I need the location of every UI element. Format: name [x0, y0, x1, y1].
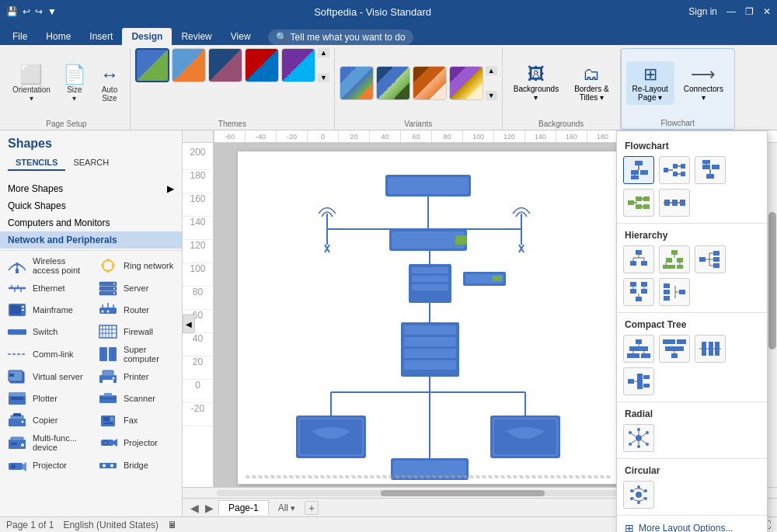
accessibility-icon: 🖩 [168, 520, 177, 530]
dp-layout-flowchart-2[interactable] [659, 156, 690, 184]
tab-home[interactable]: Home [37, 28, 80, 45]
all-pages-tab[interactable]: All ▾ [272, 501, 301, 515]
dp-layout-flowchart-5[interactable] [659, 189, 690, 217]
tab-design[interactable]: Design [122, 28, 172, 45]
backgrounds-button[interactable]: 🖼 Backgrounds▾ [507, 61, 565, 105]
theme-scroll-down[interactable]: ▼ [318, 73, 329, 82]
size-button[interactable]: 📄 Size▾ [58, 61, 91, 106]
comm-link-label: Comm-link [33, 349, 74, 359]
tab-view[interactable]: View [221, 28, 260, 45]
variant-swatch-2[interactable] [376, 66, 410, 100]
theme-scroll-up[interactable]: ▲ [318, 48, 329, 57]
save-icon[interactable]: 💾 [6, 6, 18, 17]
svg-rect-190 [664, 296, 670, 301]
orientation-button[interactable]: ⬜ Orientation▾ [8, 61, 55, 106]
sidebar-item-quick-shapes[interactable]: Quick Shapes [0, 197, 182, 214]
shape-switch[interactable]: Switch [0, 321, 91, 342]
theme-swatch-2[interactable] [172, 48, 206, 82]
dp-layout-tree-1[interactable] [623, 335, 654, 363]
dp-more-layout-options[interactable]: ⊞ More Layout Options... [617, 519, 767, 532]
sidebar-tab-search[interactable]: SEARCH [65, 155, 117, 171]
shape-super-computer[interactable]: Supercomputer [91, 342, 182, 366]
theme-swatch-1[interactable] [135, 48, 169, 82]
dp-layout-radial-1[interactable] [623, 424, 654, 452]
shape-projector[interactable]: Projector [0, 454, 91, 476]
variant-scroll-up[interactable]: ▲ [486, 66, 497, 75]
relayout-button[interactable]: ⊞ Re-LayoutPage ▾ [626, 61, 674, 105]
themes-content: ▲ ▼ [135, 48, 329, 118]
page-scroll-right[interactable]: ▶ [204, 502, 215, 514]
shape-comm-link[interactable]: Comm-link [0, 342, 91, 366]
auto-size-button[interactable]: ↔ AutoSize [94, 61, 125, 106]
scrollbar-vertical[interactable] [766, 143, 777, 487]
shape-mainframe[interactable]: Mainframe [0, 299, 91, 321]
shape-projector-2[interactable]: Projector [91, 431, 182, 454]
shape-virtual-server[interactable]: Virtual server [0, 366, 91, 388]
tell-me-input[interactable]: 🔍 Tell me what you want to do [268, 30, 413, 45]
variant-scroll-down[interactable]: ▼ [486, 91, 497, 100]
connectors-button[interactable]: ⟶ Connectors▾ [678, 61, 730, 105]
dp-layout-flowchart-3[interactable] [695, 156, 726, 184]
shape-ethernet[interactable]: Ethernet [0, 277, 91, 299]
dp-divider-4 [617, 458, 767, 459]
shape-multi-function[interactable]: Multi-func...device [0, 431, 91, 454]
ruler-corner [183, 130, 214, 143]
minimize-button[interactable]: — [726, 6, 736, 17]
svg-point-3 [103, 260, 113, 271]
tab-insert[interactable]: Insert [80, 28, 122, 45]
tab-review[interactable]: Review [172, 28, 221, 45]
borders-titles-button[interactable]: 🗂 Borders &Titles ▾ [568, 61, 615, 105]
theme-swatch-3[interactable] [208, 48, 242, 82]
undo-icon[interactable]: ↩ [23, 6, 30, 17]
dp-layout-flowchart-1[interactable] [623, 156, 654, 184]
variant-swatch-1[interactable] [340, 66, 374, 100]
close-button[interactable]: ✕ [763, 6, 771, 17]
dp-layout-hierarchy-3[interactable] [695, 245, 726, 273]
restore-button[interactable]: ❐ [745, 6, 754, 17]
sidebar-item-more-shapes[interactable]: More Shapes ▶ [0, 180, 182, 197]
add-page-button[interactable]: + [305, 501, 319, 515]
shape-fax[interactable]: Fax [91, 409, 182, 431]
dp-layout-flowchart-4[interactable] [623, 189, 654, 217]
tab-file[interactable]: File [3, 28, 37, 45]
scrollbar-h-thumb[interactable] [381, 490, 545, 496]
dp-layout-hierarchy-4[interactable] [623, 278, 654, 306]
sidebar-collapse-button[interactable]: ◀ [183, 314, 195, 333]
shape-plotter[interactable]: Plotter [0, 388, 91, 409]
dp-layout-circular-1[interactable] [623, 481, 654, 509]
theme-swatch-4[interactable] [245, 48, 279, 82]
ribbon-group-backgrounds: 🖼 Backgrounds▾ 🗂 Borders &Titles ▾ Backg… [503, 48, 621, 130]
variant-swatch-4[interactable] [449, 66, 483, 100]
page-scroll-left[interactable]: ◀ [189, 502, 200, 514]
theme-swatch-5[interactable] [281, 48, 315, 82]
sidebar-item-network-peripherals[interactable]: Network and Peripherals [0, 231, 182, 249]
dp-compact-tree-section: Compact Tree [617, 316, 767, 398]
dp-layout-hierarchy-2[interactable] [659, 245, 690, 273]
dp-layout-tree-3[interactable] [695, 335, 726, 363]
page-tab-1[interactable]: Page-1 [218, 500, 269, 515]
shape-ring-network[interactable]: Ring network [91, 254, 182, 277]
sidebar-item-computers-monitors[interactable]: Computers and Monitors [0, 214, 182, 231]
title-bar-controls: 💾 ↩ ↪ ▼ [6, 6, 57, 17]
customize-icon[interactable]: ▼ [47, 6, 57, 17]
shape-server[interactable]: Server [91, 277, 182, 299]
shape-copier[interactable]: Copier [0, 409, 91, 431]
router-label: Router [124, 305, 149, 315]
shape-printer[interactable]: Printer [91, 366, 182, 388]
dp-layout-tree-4[interactable] [623, 367, 654, 395]
shape-scanner[interactable]: Scanner [91, 388, 182, 409]
shape-router[interactable]: Router [91, 299, 182, 321]
variant-swatch-3[interactable] [413, 66, 447, 100]
shape-firewall[interactable]: Firewall [91, 321, 182, 342]
shape-wireless-access-point[interactable]: Wirelessaccess point [0, 254, 91, 277]
dp-layout-hierarchy-1[interactable] [623, 245, 654, 273]
dp-layout-hierarchy-5[interactable] [659, 278, 690, 306]
sidebar-tab-stencils[interactable]: STENCILS [8, 155, 65, 171]
svg-rect-149 [664, 200, 670, 206]
sign-in-link[interactable]: Sign in [688, 6, 717, 17]
dp-layout-tree-2[interactable] [659, 335, 690, 363]
more-layout-label: More Layout Options... [639, 523, 733, 532]
redo-icon[interactable]: ↪ [35, 6, 43, 17]
scrollbar-v-thumb[interactable] [768, 212, 776, 349]
shape-bridge[interactable]: Bridge [91, 454, 182, 476]
